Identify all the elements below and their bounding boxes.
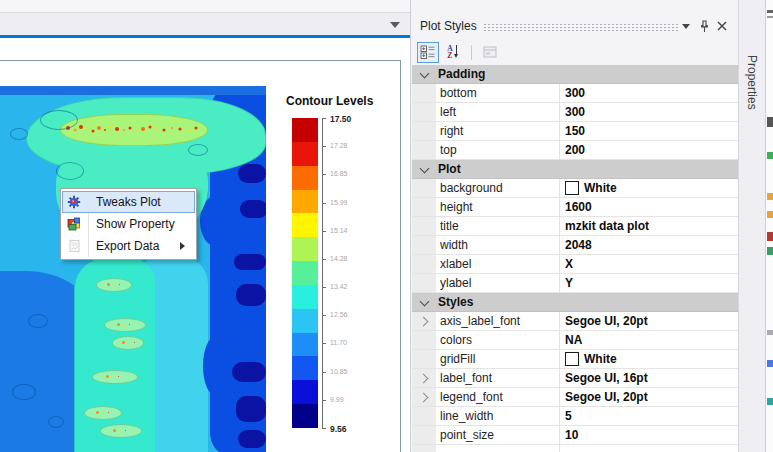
row-gutter — [412, 331, 436, 349]
menu-item-label: Tweaks Plot — [87, 195, 161, 209]
property-row-line-width: line_width5 — [412, 407, 738, 426]
contour-outline — [188, 144, 208, 156]
colorbar-tick-label: 11.70 — [330, 339, 347, 346]
colorbar-tick-mark — [322, 174, 326, 175]
chevron-down-icon[interactable] — [390, 22, 400, 33]
colorbar-tick-label: 15.14 — [330, 227, 348, 234]
property-value[interactable]: 5 — [560, 407, 738, 425]
row-gutter — [412, 426, 436, 444]
property-row-legend-font: legend_fontSegoe UI, 20pt — [412, 388, 738, 407]
window-menu-icon[interactable] — [678, 18, 694, 34]
row-gutter — [412, 369, 436, 387]
contour-top-band — [0, 86, 266, 95]
edge-fragment — [767, 211, 773, 218]
menu-item-export-data[interactable]: Export Data — [61, 235, 196, 257]
property-value[interactable]: White — [560, 350, 738, 368]
contour-hot-core — [60, 114, 208, 146]
categorized-view-icon[interactable] — [417, 42, 439, 63]
category-row-styles[interactable]: Styles — [412, 293, 738, 312]
property-label[interactable]: background — [436, 179, 560, 197]
contour-hotspot — [92, 370, 138, 384]
expand-chevron-icon[interactable] — [418, 316, 428, 326]
property-label[interactable]: top — [436, 141, 560, 159]
property-label[interactable]: height — [436, 198, 560, 216]
colorbar-block — [292, 190, 318, 214]
property-label[interactable]: width — [436, 236, 560, 254]
property-value[interactable]: mzkit data plot — [560, 217, 738, 235]
property-grid: Paddingbottom300left300right150top200Plo… — [412, 65, 738, 452]
property-label[interactable]: colors — [436, 331, 560, 349]
edge-fragment — [767, 247, 773, 255]
property-value[interactable]: 1600 — [560, 198, 738, 216]
property-label[interactable]: gridFill — [436, 350, 560, 368]
row-gutter — [412, 236, 436, 254]
chevron-down-icon[interactable] — [419, 296, 429, 306]
property-label[interactable]: xlabel — [436, 255, 560, 273]
property-value[interactable]: 300 — [560, 84, 738, 102]
property-label[interactable]: left — [436, 103, 560, 121]
property-label[interactable]: line_width — [436, 407, 560, 425]
property-label[interactable]: legend_font — [436, 388, 560, 406]
menu-item-tweaks-plot[interactable]: Tweaks Plot — [61, 191, 196, 213]
tab-properties[interactable]: Properties — [745, 55, 759, 110]
property-label[interactable]: label_font — [436, 369, 560, 387]
chevron-down-icon[interactable] — [419, 68, 429, 78]
property-value[interactable]: White — [560, 179, 738, 197]
property-label[interactable]: point_size — [436, 426, 560, 444]
property-row-background: backgroundWhite — [412, 179, 738, 198]
app-window: Contour Levels 17.5017.2816.8515.9915.14… — [0, 0, 773, 452]
colorbar-tick-mark — [322, 118, 326, 119]
property-value-text: 10 — [565, 428, 578, 442]
contour-hotspot — [112, 336, 144, 350]
property-row-partial — [412, 445, 738, 452]
close-icon[interactable] — [714, 18, 730, 34]
panel-titlebar[interactable]: Plot Styles — [411, 13, 738, 40]
property-pages-icon[interactable] — [479, 42, 501, 63]
property-label[interactable]: ylabel — [436, 274, 560, 292]
pin-icon[interactable] — [696, 18, 712, 34]
property-value[interactable]: X — [560, 255, 738, 273]
contour-blob-navy — [240, 200, 266, 218]
property-label[interactable]: bottom — [436, 84, 560, 102]
colorbar-tick-label: 17.28 — [330, 142, 348, 149]
edge-fragment — [767, 360, 773, 367]
property-value-text: 2048 — [565, 238, 592, 252]
property-label[interactable]: right — [436, 122, 560, 140]
property-value[interactable]: 10 — [560, 426, 738, 444]
colorbar-tick-label: 15.99 — [330, 199, 348, 206]
expand-chevron-icon[interactable] — [418, 373, 428, 383]
alphabetical-sort-icon[interactable]: AZ — [442, 42, 464, 63]
property-value[interactable] — [560, 445, 738, 452]
colorbar-tick-mark — [322, 146, 326, 147]
contour-outline — [28, 314, 48, 328]
property-value[interactable]: 2048 — [560, 236, 738, 254]
colorbar-block — [292, 261, 318, 285]
row-gutter — [412, 198, 436, 216]
property-value[interactable]: Segoe UI, 20pt — [560, 312, 738, 330]
expand-chevron-icon[interactable] — [418, 392, 428, 402]
property-value[interactable]: 150 — [560, 122, 738, 140]
property-row-width: width2048 — [412, 236, 738, 255]
contour-outline — [12, 384, 36, 400]
row-gutter — [412, 312, 436, 330]
property-value-text: 200 — [565, 143, 585, 157]
colorbar-tick-label: 14.28 — [330, 255, 348, 262]
property-value[interactable]: NA — [560, 331, 738, 349]
property-value[interactable]: 200 — [560, 141, 738, 159]
category-row-padding[interactable]: Padding — [412, 65, 738, 84]
properties-icon — [61, 217, 87, 231]
menu-item-show-property[interactable]: Show Property — [61, 213, 196, 235]
property-row-title: titlemzkit data plot — [412, 217, 738, 236]
chevron-down-icon[interactable] — [419, 163, 429, 173]
property-value[interactable]: Y — [560, 274, 738, 292]
property-value[interactable]: Segoe UI, 16pt — [560, 369, 738, 387]
contour-outline — [10, 128, 28, 140]
property-label[interactable]: axis_label_font — [436, 312, 560, 330]
property-label[interactable] — [436, 445, 560, 452]
category-row-plot[interactable]: Plot — [412, 160, 738, 179]
property-label[interactable]: title — [436, 217, 560, 235]
property-value[interactable]: 300 — [560, 103, 738, 121]
property-value-text: 300 — [565, 105, 585, 119]
contour-plot-image[interactable] — [0, 86, 266, 452]
property-value[interactable]: Segoe UI, 20pt — [560, 388, 738, 406]
